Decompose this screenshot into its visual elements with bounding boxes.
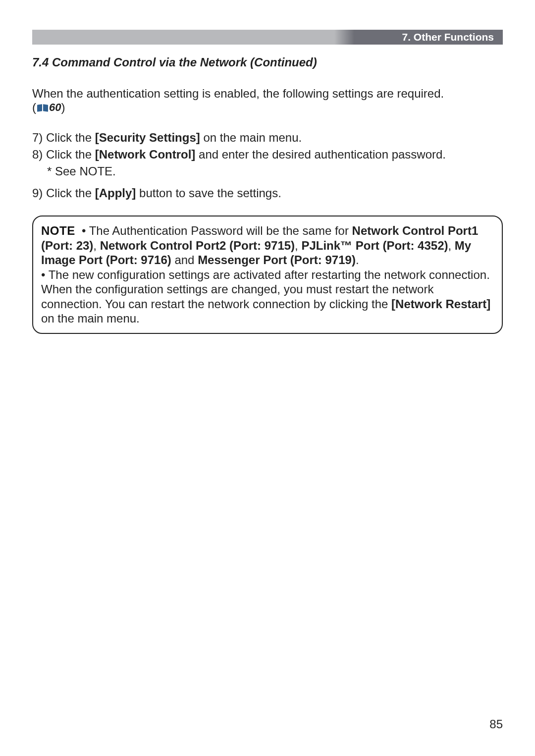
- step-9: 9) Click the [Apply] button to save the …: [32, 186, 503, 201]
- network-restart-label: [Network Restart]: [391, 297, 490, 311]
- step-8-note: * See NOTE.: [47, 164, 503, 179]
- intro-paragraph: When the authentication setting is enabl…: [32, 86, 503, 101]
- note-box: NOTE • The Authentication Password will …: [32, 216, 503, 334]
- section-title: 7.4 Command Control via the Network (Con…: [32, 55, 503, 69]
- note-label: NOTE: [41, 224, 75, 237]
- step-8: 8) Click the [Network Control] and enter…: [32, 147, 503, 162]
- security-settings-label: [Security Settings]: [95, 131, 200, 144]
- manual-page: 7. Other Functions 7.4 Command Control v…: [0, 0, 535, 756]
- page-number: 85: [489, 717, 503, 731]
- instruction-steps: 7) Click the [Security Settings] on the …: [32, 130, 503, 201]
- pjlink-port-label: PJLink™ Port (Port: 4352): [301, 239, 448, 252]
- reference-number: 60: [49, 101, 61, 114]
- chapter-header-band: 7. Other Functions: [32, 30, 503, 45]
- header-gradient: [334, 30, 354, 45]
- apply-label: [Apply]: [95, 186, 136, 200]
- network-control-label: [Network Control]: [95, 148, 196, 161]
- header-grey-bar: [32, 30, 334, 45]
- step-7: 7) Click the [Security Settings] on the …: [32, 130, 503, 145]
- page-reference: ( 60 ): [32, 101, 503, 114]
- book-icon: [37, 104, 48, 111]
- chapter-title-text: 7. Other Functions: [402, 31, 494, 43]
- port2-label: Network Control Port2 (Port: 9715): [100, 239, 295, 252]
- chapter-title: 7. Other Functions: [354, 30, 503, 45]
- messenger-port-label: Messenger Port (Port: 9719): [198, 253, 356, 267]
